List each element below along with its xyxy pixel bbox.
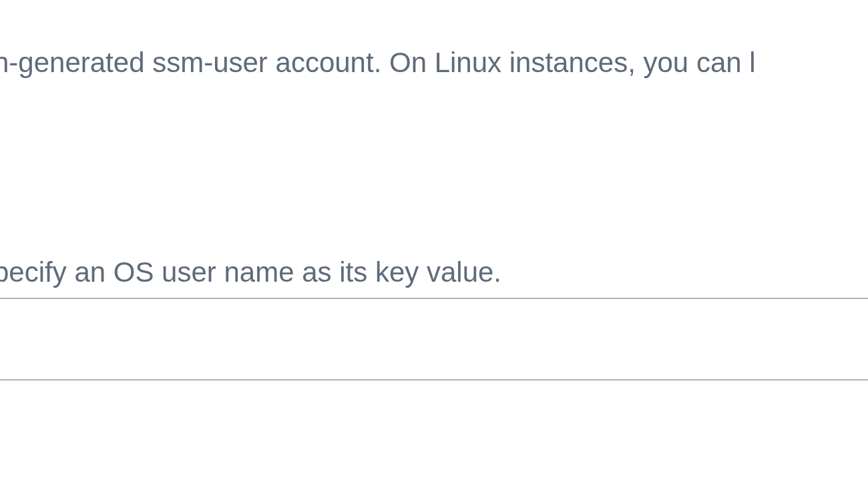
os-user-name-input[interactable]	[0, 298, 868, 381]
os-user-helper-text: pecify an OS user name as its key value.	[0, 256, 501, 288]
os-user-description-text: n-generated ssm-user account. On Linux i…	[0, 47, 756, 79]
